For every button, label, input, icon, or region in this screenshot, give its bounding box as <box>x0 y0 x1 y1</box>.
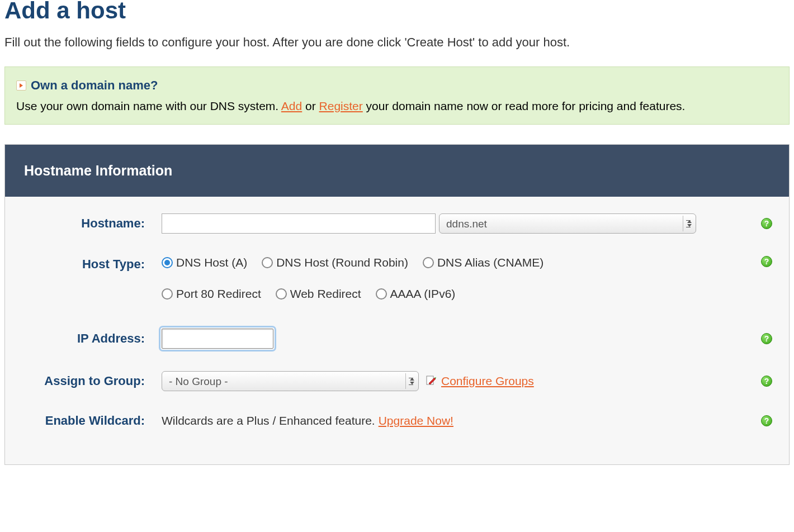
radio-icon <box>162 288 173 300</box>
hosttype-label: Host Type: <box>16 256 162 272</box>
wildcard-label: Enable Wildcard: <box>16 414 162 428</box>
radio-icon <box>162 257 173 268</box>
page-subtitle: Fill out the following fields to configu… <box>4 35 790 50</box>
info-box-header: Own a domain name? <box>16 77 778 94</box>
hostname-input[interactable] <box>162 213 436 234</box>
help-icon[interactable]: ? <box>761 415 772 426</box>
panel-body: Hostname: ddns.net ? Host Type: <box>5 197 789 464</box>
help-icon[interactable]: ? <box>761 333 772 344</box>
add-domain-link[interactable]: Add <box>281 99 302 112</box>
help-icon[interactable]: ? <box>761 376 772 387</box>
hosttype-radio-port80[interactable]: Port 80 Redirect <box>162 287 261 301</box>
configure-groups-link[interactable]: Configure Groups <box>441 374 534 388</box>
radio-icon <box>376 288 387 300</box>
hosttype-radio-a[interactable]: DNS Host (A) <box>162 256 247 269</box>
arrow-right-icon <box>16 80 26 91</box>
ip-address-input[interactable] <box>162 329 273 349</box>
ip-row: IP Address: ? <box>5 315 789 363</box>
hostname-information-panel: Hostname Information Hostname: ddns.net … <box>4 144 790 465</box>
hostname-row: Hostname: ddns.net ? <box>5 205 789 242</box>
hostname-label: Hostname: <box>16 216 162 231</box>
group-row: Assign to Group: - No Group - <box>5 363 789 400</box>
edit-groups-icon[interactable] <box>426 374 438 388</box>
hosttype-radio-aaaa[interactable]: AAAA (IPv6) <box>376 287 456 301</box>
hosttype-row: Host Type: DNS Host (A) DNS Host (Round … <box>5 242 789 315</box>
info-body-text: Use your own domain name with our DNS sy… <box>16 98 778 114</box>
hosttype-radio-cname[interactable]: DNS Alias (CNAME) <box>423 256 543 269</box>
page-title: Add a host <box>4 0 790 24</box>
help-icon[interactable]: ? <box>761 218 772 229</box>
radio-icon <box>423 257 434 268</box>
own-domain-info-box: Own a domain name? Use your own domain n… <box>4 66 790 125</box>
panel-header: Hostname Information <box>5 145 789 197</box>
upgrade-now-link[interactable]: Upgrade Now! <box>379 414 453 428</box>
wildcard-row: Enable Wildcard: Wildcards are a Plus / … <box>5 400 789 442</box>
register-domain-link[interactable]: Register <box>319 99 363 112</box>
info-header-text: Own a domain name? <box>31 77 158 94</box>
help-icon[interactable]: ? <box>761 256 772 267</box>
ip-label: IP Address: <box>16 331 162 346</box>
group-select[interactable]: - No Group - <box>162 371 419 391</box>
group-label: Assign to Group: <box>16 374 162 388</box>
domain-select[interactable]: ddns.net <box>439 213 696 234</box>
radio-icon <box>262 257 273 268</box>
hosttype-radio-roundrobin[interactable]: DNS Host (Round Robin) <box>262 256 408 269</box>
wildcard-text: Wildcards are a Plus / Enhanced feature. <box>162 414 375 428</box>
radio-icon <box>276 288 287 300</box>
hosttype-radio-webredirect[interactable]: Web Redirect <box>276 287 361 301</box>
